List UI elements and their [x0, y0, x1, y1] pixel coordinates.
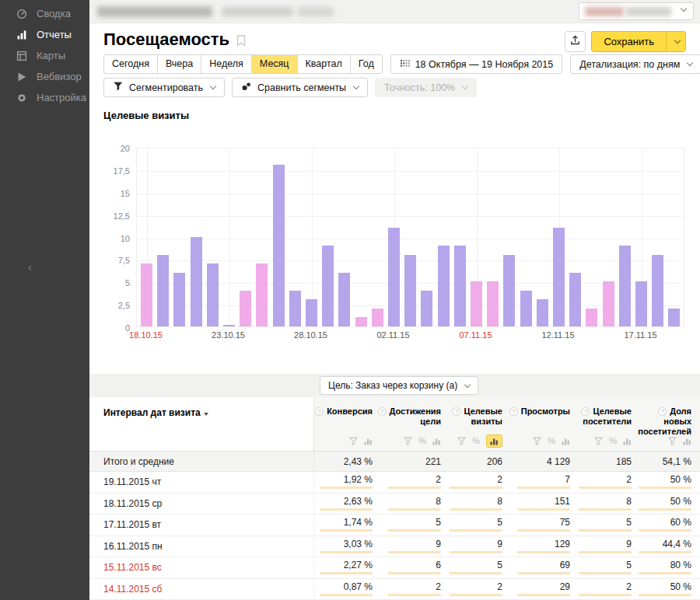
date-column-header[interactable]: Интервал дат визита [89, 397, 313, 451]
export-button[interactable] [565, 31, 586, 52]
bar-metric-icon[interactable] [683, 437, 691, 445]
chart-bar[interactable] [619, 246, 631, 326]
metric-bar-track [320, 594, 373, 596]
chart-bar[interactable] [273, 165, 285, 326]
chart-bar[interactable] [289, 291, 301, 326]
chart-bar[interactable] [454, 246, 466, 326]
filter-icon[interactable] [533, 437, 541, 445]
filter-icon[interactable] [594, 437, 603, 445]
chart-bar[interactable] [603, 281, 614, 326]
metric-bar-track [517, 487, 570, 489]
row-date[interactable]: 15.11.2015 вс [89, 557, 313, 578]
metric-cell-goal-reaches: 8 [373, 494, 441, 515]
counter-selector-dropdown[interactable] [579, 2, 694, 20]
compare-segments-button[interactable]: Сравнить сегменты [232, 78, 368, 97]
detalization-button[interactable]: Детализация: по дням [570, 54, 700, 74]
sidebar-collapse-chevron-icon[interactable]: ‹ [28, 261, 32, 274]
save-dropdown-button[interactable] [666, 32, 685, 51]
chart-bar[interactable] [355, 317, 367, 326]
metric-cell-goal-visits: 5 [441, 515, 502, 535]
chart-bar[interactable] [338, 273, 350, 326]
chart-bar[interactable] [141, 263, 152, 326]
metric-cell-conversion: 3,03 % [313, 536, 373, 557]
metric-value: 7 [502, 472, 570, 485]
y-tick-label: 2,5 [118, 301, 130, 310]
row-date[interactable]: 19.11.2015 чт [89, 472, 313, 493]
sidebar-item-webvisor[interactable]: Вебвизор [0, 66, 89, 87]
chevron-down-icon [353, 83, 359, 89]
chart-bar[interactable] [569, 273, 581, 326]
period-tab-today[interactable]: Сегодня [104, 55, 157, 73]
row-date[interactable]: 18.11.2015 ср [89, 494, 313, 515]
help-icon[interactable]: ? [452, 407, 460, 416]
bar-metric-icon[interactable] [562, 437, 570, 445]
sidebar-item-maps[interactable]: Карты [0, 45, 89, 66]
filter-icon[interactable] [404, 437, 412, 445]
chart-bar[interactable] [635, 281, 647, 326]
filter-icon[interactable] [668, 437, 677, 445]
chart-bar[interactable] [553, 228, 565, 326]
percent-filter-icon[interactable]: % [609, 437, 617, 445]
bar-metric-icon[interactable] [623, 437, 632, 445]
bar-metric-icon-selected[interactable] [486, 434, 502, 448]
chart-bar[interactable] [586, 309, 597, 326]
gridline [229, 148, 230, 326]
metric-bar-track [579, 529, 632, 532]
help-icon[interactable]: ? [378, 407, 387, 416]
bookmark-icon[interactable] [236, 35, 246, 47]
percent-filter-icon[interactable]: % [472, 437, 480, 445]
row-date[interactable]: 14.11.2015 сб [89, 579, 313, 600]
metric-cell-pageviews: 7 [502, 472, 570, 493]
period-tab-year[interactable]: Год [350, 55, 382, 73]
chart-bar[interactable] [404, 255, 416, 326]
period-tab-quarter[interactable]: Квартал [297, 55, 350, 73]
chart-bar[interactable] [487, 281, 499, 326]
chart-bar[interactable] [207, 263, 219, 326]
chart-bar[interactable] [372, 309, 383, 326]
bar-metric-icon[interactable] [432, 437, 441, 445]
metric-bar-track [579, 572, 632, 574]
table-row: 14.11.2015 сб0,87 %2229250 % [89, 579, 700, 600]
save-button[interactable]: Сохранить [592, 32, 666, 51]
percent-filter-icon[interactable]: % [418, 437, 426, 445]
chart-bar[interactable] [191, 237, 202, 327]
period-tab-month[interactable]: Месяц [251, 55, 297, 73]
chart-bar[interactable] [157, 255, 169, 326]
chart-bar[interactable] [173, 273, 185, 326]
chart-bar[interactable] [652, 255, 663, 326]
chart-bar[interactable] [668, 309, 680, 326]
period-tab-week[interactable]: Неделя [201, 55, 251, 73]
filter-icon[interactable] [349, 437, 358, 445]
chart-bar[interactable] [223, 325, 235, 326]
help-icon[interactable]: ? [581, 407, 590, 416]
chart-bar[interactable] [322, 246, 334, 326]
metric-value: 2 [373, 579, 441, 592]
chart-bar[interactable] [421, 291, 432, 326]
chart-bar[interactable] [240, 291, 251, 326]
row-date[interactable]: 17.11.2015 вт [89, 515, 313, 535]
sidebar-item-summary[interactable]: Сводка [0, 3, 89, 24]
sidebar-item-settings[interactable]: Настройка [0, 87, 89, 108]
metric-bar-track [388, 529, 441, 532]
chart-bar[interactable] [438, 246, 450, 326]
goal-selector-dropdown[interactable]: Цель: Заказ через корзину (а) [320, 376, 478, 395]
help-icon[interactable]: ? [658, 407, 667, 416]
filter-icon[interactable] [457, 437, 466, 445]
chart-bar[interactable] [471, 281, 482, 326]
sidebar-item-reports[interactable]: Отчеты [0, 24, 89, 45]
help-icon[interactable]: ? [315, 407, 324, 416]
chart-bar[interactable] [520, 291, 532, 326]
chart-bar[interactable] [537, 299, 548, 326]
segment-button[interactable]: Сегментировать [103, 78, 225, 97]
bar-metric-icon[interactable] [364, 437, 373, 445]
help-icon[interactable]: ? [509, 407, 518, 416]
chart-bar[interactable] [306, 299, 317, 326]
row-date[interactable]: 16.11.2015 пн [89, 536, 313, 557]
percent-filter-icon[interactable]: % [548, 437, 555, 445]
y-tick-label: 5 [125, 278, 130, 288]
date-range-button[interactable]: 18 Октября — 19 Ноября 2015 [390, 54, 563, 74]
chart-bar[interactable] [388, 228, 400, 326]
period-tab-yesterday[interactable]: Вчера [157, 55, 201, 73]
chart-bar[interactable] [503, 255, 515, 326]
chart-bar[interactable] [256, 263, 268, 326]
